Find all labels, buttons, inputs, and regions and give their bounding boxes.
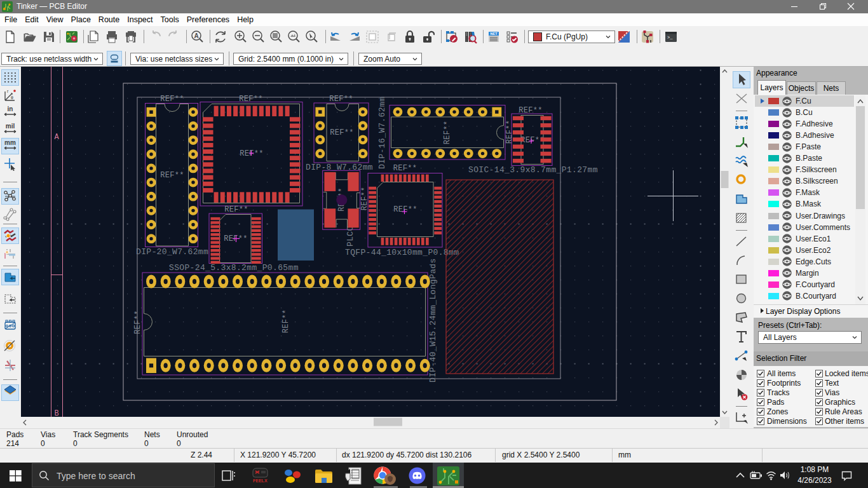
- svg-text:A: A: [194, 32, 198, 39]
- svg-text:REF**: REF**: [239, 95, 263, 104]
- svg-text:NET: NET: [491, 32, 498, 36]
- svg-text:θ: θ: [11, 95, 13, 100]
- svg-text:REF**: REF**: [160, 95, 184, 104]
- svg-text:mil: mil: [6, 123, 15, 130]
- svg-text:TQFP-44_10x10mm_P0.8mm: TQFP-44_10x10mm_P0.8mm: [345, 248, 459, 257]
- svg-text:SOIC-14_3.9x8.7mm_P1.27mm: SOIC-14_3.9x8.7mm_P1.27mm: [468, 165, 598, 175]
- svg-text:>_: >_: [667, 35, 673, 40]
- svg-text:REF**: REF**: [505, 120, 514, 144]
- svg-text:A: A: [54, 133, 59, 142]
- svg-text:REF**: REF**: [443, 121, 452, 145]
- svg-text:DIP-20_W7.62mm: DIP-20_W7.62mm: [136, 247, 208, 257]
- svg-text:in: in: [8, 105, 13, 112]
- svg-text:FEELX: FEELX: [253, 478, 268, 483]
- svg-text:REF**: REF**: [330, 128, 354, 137]
- svg-text:DIP-16_W7.62mm: DIP-16_W7.62mm: [377, 97, 387, 169]
- svg-text:REF**: REF**: [360, 187, 369, 211]
- svg-text:SSOP-24_5.3x8.2mm_P0.65mm: SSOP-24_5.3x8.2mm_P0.65mm: [169, 263, 299, 273]
- svg-text:REF**: REF**: [393, 164, 417, 173]
- svg-text:REF**: REF**: [329, 95, 353, 104]
- svg-text:REF**: REF**: [133, 310, 142, 334]
- svg-text:mm: mm: [4, 139, 16, 146]
- svg-text:REF**: REF**: [393, 205, 417, 214]
- svg-text:REF**: REF**: [160, 171, 184, 180]
- svg-text:PLCC: PLCC: [346, 226, 355, 247]
- svg-text:REF**: REF**: [519, 106, 543, 115]
- svg-text:REF**: REF**: [281, 309, 290, 334]
- svg-text:REF**: REF**: [224, 205, 248, 214]
- svg-text:r: r: [7, 89, 9, 93]
- svg-text:B: B: [54, 409, 58, 417]
